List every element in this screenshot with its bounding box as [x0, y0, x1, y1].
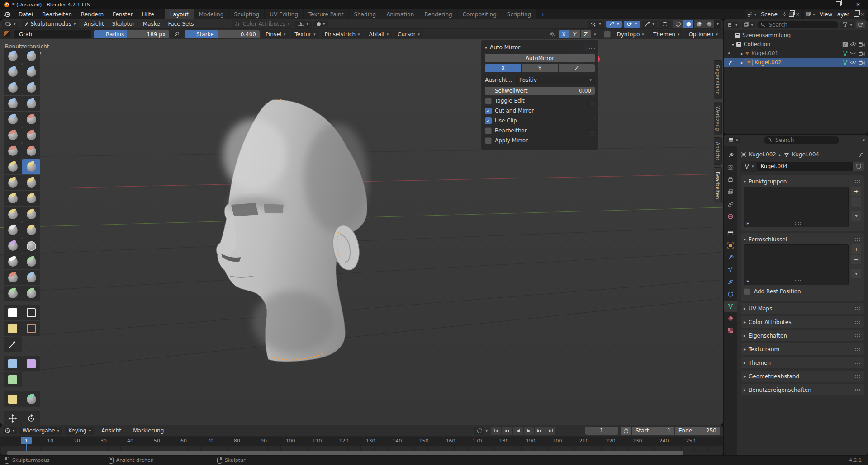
tool-simplify[interactable] [22, 238, 40, 254]
outliner-filter-dropdown[interactable]: ▾ [840, 22, 854, 28]
menu-ansicht[interactable]: Ansicht [81, 21, 107, 27]
workspace-tab-modeling[interactable]: Modeling [194, 9, 229, 19]
tool-scrape[interactable] [4, 143, 22, 159]
tool-crease[interactable] [4, 112, 22, 127]
scene-selector[interactable]: ▾ Scene × [745, 10, 802, 19]
shading-wireframe-button[interactable] [673, 20, 683, 28]
use-clip-row[interactable]: ✓Use Clip [485, 116, 595, 126]
panel-drag-grip[interactable] [855, 334, 861, 337]
dyntopo-dropdown[interactable]: Dyntopo▾ [613, 30, 647, 38]
jump-to-start-button[interactable] [491, 427, 501, 435]
workspace-tab-sculpting[interactable]: Sculpting [229, 9, 264, 19]
next-keyframe-button[interactable] [535, 427, 545, 435]
add-workspace-button[interactable]: + [536, 11, 549, 18]
sidebar-tab-bearbeiten[interactable]: Bearbeiten [714, 167, 722, 203]
workspace-tab-uv-editing[interactable]: UV Editing [265, 9, 303, 19]
tool-rotate[interactable] [22, 207, 40, 222]
frame-start-field[interactable]: Start1 [632, 427, 674, 435]
list-resize-grip[interactable] [794, 279, 801, 282]
current-frame-badge[interactable]: 1 [21, 437, 32, 444]
menu-hilfe[interactable]: Hilfe [138, 9, 159, 19]
jump-to-end-button[interactable] [545, 427, 555, 435]
tool-pose[interactable] [22, 191, 40, 206]
auto-keying-button[interactable] [474, 427, 484, 435]
new-scene-icon[interactable] [789, 12, 794, 17]
workspace-tab-layout[interactable]: Layout [165, 9, 194, 19]
new-view-layer-icon[interactable] [854, 12, 859, 17]
panel-eigenschaften[interactable]: ▸Eigenschaften [741, 330, 864, 341]
themen-dropdown[interactable]: Themen▾ [650, 30, 683, 38]
menu-rendern[interactable]: Rendern [76, 9, 108, 19]
play-reverse-button[interactable] [513, 427, 523, 435]
tool-clay-thumb[interactable] [4, 80, 22, 95]
wiedergabe-dropdown[interactable]: Wiedergabe▾ [19, 427, 63, 435]
tool-draw-sharp[interactable] [22, 48, 40, 64]
new-collection-button[interactable] [856, 21, 865, 28]
add-rest-position-checkbox[interactable] [744, 288, 750, 295]
collection-checkbox[interactable]: ✓ [842, 42, 848, 47]
tool-color-filter[interactable] [4, 372, 22, 387]
shape-key-specials-button[interactable]: ▾ [851, 269, 861, 278]
sidebar-tab-ansicht[interactable]: Ansicht [714, 137, 722, 165]
workspace-tab-compositing[interactable]: Compositing [458, 9, 502, 19]
list-resize-grip[interactable] [794, 221, 801, 225]
tool-pinch[interactable] [4, 159, 22, 174]
tool-snake-hook[interactable] [22, 175, 40, 190]
panel-geometrieabstand[interactable]: ▸Geometrieabstand [741, 371, 864, 382]
menu-skulptur[interactable]: Skulptur [109, 21, 138, 27]
panel-drag-grip[interactable] [588, 46, 595, 49]
render-preview-toggle[interactable] [659, 21, 671, 28]
breadcrumb-data[interactable]: Kugel.004 [792, 151, 819, 158]
xray-toggle[interactable]: ▾ [642, 21, 658, 28]
tab-world[interactable] [724, 211, 737, 222]
workspace-tab-shading[interactable]: Shading [349, 9, 381, 19]
outliner-display-mode-dropdown[interactable]: ▾ [726, 22, 740, 28]
tool-smear[interactable] [22, 286, 40, 301]
tab-object-data[interactable] [724, 301, 737, 312]
panel-drag-grip[interactable] [855, 388, 861, 391]
add-shape-key-button[interactable]: + [851, 244, 861, 254]
apply-mirror-checkbox[interactable] [485, 137, 492, 144]
viewport-canvas[interactable]: Benutzeransicht (1) Kugel.002 [0, 39, 723, 425]
tab-particles[interactable] [724, 264, 737, 275]
apply-mirror-row[interactable]: Apply Mirror [485, 136, 595, 146]
tab-view-layer[interactable] [724, 186, 737, 197]
active-brush-name[interactable]: Grab [14, 30, 91, 38]
tool-multires-displacement-smear[interactable] [22, 270, 40, 285]
camera-restrict-icon[interactable] [859, 51, 865, 56]
tool-box-face-set[interactable] [4, 321, 22, 336]
outliner-row-scene-collection[interactable]: Szenensammlung [724, 31, 868, 40]
expand-icon[interactable]: ▸ [741, 51, 743, 56]
toggle-edit-checkbox[interactable] [485, 98, 492, 104]
properties-search[interactable] [764, 136, 839, 144]
tool-multires-displacement-eraser[interactable] [4, 270, 22, 285]
timeline-menu-ansicht[interactable]: Ansicht [97, 425, 126, 436]
eye-closed-icon[interactable] [850, 51, 857, 56]
tool-mask-by-color[interactable] [22, 391, 40, 407]
tool-box-trim[interactable] [22, 321, 40, 336]
toggle-edit-row[interactable]: Toggle Edit [485, 96, 595, 106]
viewport-3d[interactable]: ▾ Skulpturmodus ▾ Ansicht Skulptur Maske… [0, 19, 723, 425]
tab-texture[interactable] [724, 325, 737, 336]
close-button[interactable]: × [848, 1, 868, 8]
timeline-menu-markierung[interactable]: Markierung [128, 425, 168, 436]
delete-view-layer-icon[interactable]: × [861, 12, 864, 17]
use-preview-range-button[interactable] [621, 427, 631, 435]
tool-fill[interactable] [22, 127, 40, 143]
tool-rotate-transform[interactable] [22, 411, 40, 425]
tool-paint[interactable] [4, 286, 22, 301]
panel-uv-maps[interactable]: ▸UV-Maps [741, 303, 864, 314]
cut-and-mirror-checkbox[interactable]: ✓ [485, 108, 492, 114]
bearbeitbar-checkbox[interactable] [485, 127, 492, 134]
tool-draw[interactable] [4, 48, 22, 64]
minimize-button[interactable]: – [808, 1, 828, 8]
list-filter-expand-icon[interactable]: ▸ [747, 221, 749, 225]
tool-cloth-filter[interactable] [22, 356, 40, 371]
remove-shape-key-button[interactable]: − [851, 255, 861, 264]
fake-user-shield-button[interactable] [853, 162, 864, 171]
pinselstrich-dropdown[interactable]: Pinselstrich▾ [322, 30, 363, 38]
symmetry-x-button[interactable]: X [559, 30, 569, 38]
tool-nudge[interactable] [4, 207, 22, 222]
textur-dropdown[interactable]: Textur▾ [291, 30, 318, 38]
timeline-scrollbar[interactable] [0, 451, 723, 455]
